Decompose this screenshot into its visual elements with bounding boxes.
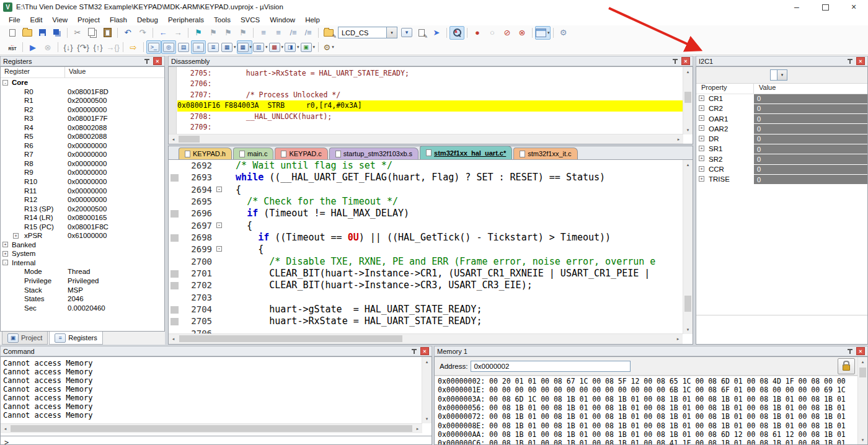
chevron-down-icon[interactable]: ▾ [297, 45, 299, 50]
menu-edit[interactable]: Edit [25, 15, 48, 25]
i2c-register-value[interactable]: 0 [754, 154, 867, 164]
configure-tools-icon[interactable]: ⚙ [556, 26, 571, 40]
scroll-thumb[interactable] [179, 136, 200, 143]
code-line[interactable]: 2701 CLEAR_BIT(huart->Instance->CR1, (US… [169, 268, 683, 280]
pin-icon[interactable] [144, 58, 150, 64]
minimize-button[interactable]: – [782, 0, 811, 14]
register-row[interactable]: Sec0.00020460 [1, 304, 164, 313]
tab-project[interactable]: ▣ Project [2, 332, 48, 345]
expand-icon[interactable]: + [699, 166, 704, 172]
command-window-icon[interactable]: >_ [146, 40, 161, 54]
breakpoint-gutter[interactable] [169, 160, 180, 172]
copy-icon[interactable] [85, 26, 100, 40]
disassembly-line[interactable]: 2706: [177, 79, 683, 89]
breakpoint-gutter[interactable] [169, 244, 180, 255]
close-icon[interactable]: × [856, 347, 865, 355]
navigate-back-icon[interactable]: ← [156, 26, 170, 40]
scroll-left-arrow[interactable]: ◂ [1, 424, 10, 433]
code-line[interactable]: 2693 while ((__HAL_UART_GET_FLAG(huart, … [169, 172, 683, 183]
disassembly-hscrollbar[interactable]: ◂ ▸ [169, 134, 683, 144]
prev-bookmark-icon[interactable]: ⚑ [221, 26, 236, 40]
scroll-down-arrow[interactable]: ▾ [683, 325, 693, 334]
breakpoint-gutter[interactable] [169, 184, 180, 196]
step-over-icon[interactable]: {↷} [76, 40, 91, 54]
register-row[interactable]: R50x08002088 [1, 132, 164, 141]
code-line[interactable]: 2705 huart->RxState = HAL_UART_STATE_REA… [169, 315, 683, 327]
editor-vscrollbar[interactable]: ▴ ▾ [683, 160, 693, 334]
registers-window-icon[interactable]: ≡ [191, 40, 206, 54]
expand-icon[interactable]: + [699, 105, 704, 111]
menu-peripherals[interactable]: Peripherals [163, 15, 209, 25]
run-to-cursor-icon[interactable]: →{} [105, 40, 120, 54]
column-property[interactable]: Property [696, 83, 754, 94]
code-editor[interactable]: 2692 /* Wait until flag is set */2693 wh… [169, 160, 683, 334]
pin-icon[interactable] [411, 348, 417, 355]
code-line[interactable]: 2704 huart->gState = HAL_UART_STATE_READ… [169, 304, 683, 315]
show-next-statement-icon[interactable]: ⇨ [126, 40, 141, 54]
fold-gutter[interactable] [215, 280, 224, 291]
menu-help[interactable]: Help [300, 15, 325, 25]
menu-tools[interactable]: Tools [209, 15, 236, 25]
comment-icon[interactable]: /≡ [286, 26, 301, 40]
lock-button[interactable] [838, 358, 855, 374]
scroll-down-arrow[interactable]: ▾ [858, 435, 867, 444]
manage-project-items-icon[interactable]: ▾ [399, 26, 414, 40]
command-input[interactable]: > [1, 436, 432, 444]
i2c-register-row[interactable]: +SR10 [696, 144, 867, 154]
collapse-icon[interactable]: - [2, 80, 8, 86]
new-file-icon[interactable] [5, 26, 20, 40]
scroll-right-arrow[interactable]: ▸ [673, 334, 683, 343]
breakpoint-gutter[interactable] [169, 256, 180, 268]
disassembly-window-icon[interactable]: ◎ [161, 40, 176, 54]
navigate-forward-icon[interactable]: → [170, 26, 185, 40]
register-row[interactable]: PrivilegePrivileged [1, 276, 164, 286]
memory-address-input[interactable]: 0x0000002 [471, 361, 631, 372]
scroll-right-arrow[interactable]: ▸ [413, 424, 422, 433]
fold-gutter[interactable] [215, 196, 224, 208]
fold-gutter[interactable]: - [215, 184, 224, 196]
scroll-thumb[interactable] [179, 335, 402, 342]
watch-window-icon[interactable]: ▦▾ [221, 40, 237, 54]
register-row[interactable]: R90x00000000 [1, 168, 164, 177]
trace-window-icon[interactable]: ◨▾ [284, 40, 300, 54]
register-row[interactable]: R20x00000000 [1, 105, 164, 115]
open-file-icon[interactable] [20, 26, 35, 40]
register-row[interactable]: R14 (LR)0x08000165 [1, 213, 164, 222]
debug-windows-icon[interactable]: ▾ [535, 26, 551, 40]
expand-icon[interactable]: + [699, 156, 704, 161]
editor-hscrollbar[interactable]: ◂ ▸ [169, 333, 683, 344]
disassembly-line[interactable]: 2709: [177, 122, 683, 133]
scroll-up-arrow[interactable]: ▴ [422, 357, 432, 366]
register-row[interactable]: StackMSP [1, 286, 164, 295]
indent-right-icon[interactable]: ≡ [256, 26, 271, 40]
scroll-up-arrow[interactable]: ▴ [683, 67, 693, 76]
i2c-register-value[interactable]: 0 [754, 114, 867, 123]
scroll-left-arrow[interactable]: ◂ [169, 334, 178, 343]
editor-tab[interactable]: KEYPAD.c [275, 148, 327, 159]
menu-window[interactable]: Window [265, 15, 300, 25]
breakpoint-gutter[interactable] [169, 172, 180, 183]
expand-icon[interactable]: + [699, 125, 704, 131]
breakpoint-gutter[interactable] [169, 315, 180, 327]
memory-row[interactable]: 0x0000008E: 00 08 1B 01 00 08 1B 01 00 0… [438, 421, 857, 430]
toggle-breakpoint-icon[interactable]: ○ [485, 26, 500, 40]
register-row[interactable]: +Banked [1, 240, 164, 250]
restore-button[interactable] [811, 0, 839, 14]
i2c-register-value[interactable]: 0 [754, 175, 867, 184]
register-row[interactable]: +System [1, 249, 164, 258]
expand-icon[interactable]: + [699, 136, 704, 141]
scroll-left-arrow[interactable]: ◂ [169, 134, 178, 144]
register-row[interactable]: +xPSR0x61000000 [1, 231, 164, 240]
expand-icon[interactable]: + [699, 176, 704, 182]
chevron-down-icon[interactable]: ▾ [250, 45, 252, 50]
chevron-down-icon[interactable]: ▾ [386, 27, 397, 38]
register-row[interactable]: R13 (SP)0x20000500 [1, 205, 164, 214]
editor-tab[interactable]: startup_stm32f103xb.s [329, 148, 418, 159]
editor-tab[interactable]: main.c [233, 148, 273, 159]
register-row[interactable]: R120x00000000 [1, 195, 164, 205]
memory-row[interactable]: 0x000000AA: 00 08 1B 01 00 08 1B 01 00 0… [438, 430, 857, 439]
scroll-down-arrow[interactable]: ▾ [683, 125, 693, 134]
pin-icon[interactable] [847, 348, 853, 355]
i2c-register-row[interactable]: +TRISE0 [696, 174, 867, 184]
code-line[interactable]: 2696 if (Timeout != HAL_MAX_DELAY) [169, 208, 683, 219]
